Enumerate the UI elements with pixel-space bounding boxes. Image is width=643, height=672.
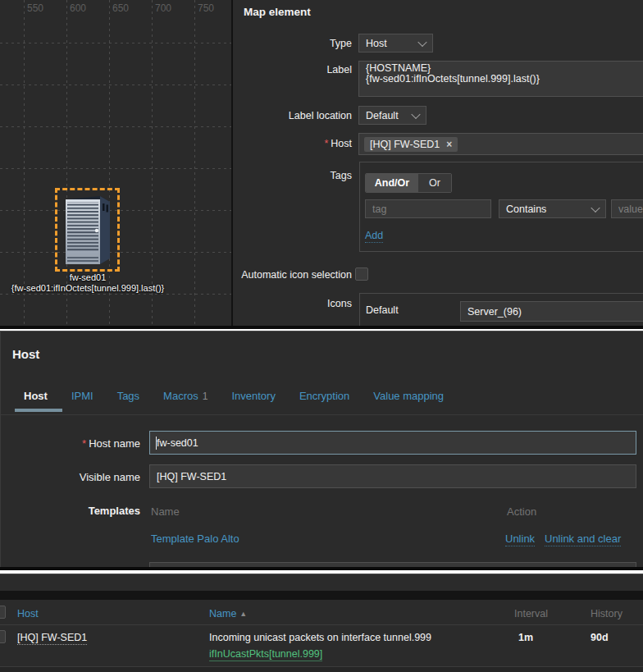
items-table-panel: Host Name▲ Interval History [HQ] FW-SED1… xyxy=(0,574,643,672)
visible-name-label: Visible name xyxy=(9,471,140,483)
tab-encryption[interactable]: Encryption xyxy=(299,390,349,402)
tab-ipmi[interactable]: IPMI xyxy=(71,390,93,402)
host-field-label: *Host xyxy=(233,138,352,149)
ruler-label: 550 xyxy=(27,2,43,14)
unlink-and-clear-link[interactable]: Unlink and clear xyxy=(545,533,621,546)
tag-match-select[interactable]: Contains xyxy=(499,199,606,218)
sort-ascending-icon: ▲ xyxy=(239,610,247,618)
host-chip-text: [HQ] FW-SED1 xyxy=(370,139,440,150)
add-tag-link[interactable]: Add xyxy=(365,230,383,243)
chevron-down-icon xyxy=(591,203,600,212)
ruler-label: 750 xyxy=(198,2,214,14)
map-element-label: fw-sed01 {fw-sed01:ifInOctets[tunnel.999… xyxy=(0,272,176,294)
map-element-form: Map element Type Host Label {HOSTNAME} {… xyxy=(233,0,643,326)
icons-default-label: Default xyxy=(366,304,399,316)
host-multiselect[interactable]: [HQ] FW-SED1 × xyxy=(358,133,643,155)
tab-host[interactable]: Host xyxy=(24,390,48,402)
tags-label: Tags xyxy=(233,170,352,181)
visible-name-value: [HQ] FW-SED1 xyxy=(157,471,226,482)
host-chip: [HQ] FW-SED1 × xyxy=(364,137,458,152)
icons-label: Icons xyxy=(233,298,352,309)
templates-label: Templates xyxy=(9,505,140,517)
host-name-label: *Host name xyxy=(9,437,140,450)
item-key-link[interactable]: ifInUcastPkts[tunnel.999] xyxy=(209,648,322,661)
item-history: 90d xyxy=(591,632,609,643)
table-top-bar xyxy=(0,591,643,600)
icons-default-value: Server_(96) xyxy=(467,306,522,318)
templates-action-column: Action xyxy=(507,505,536,518)
auto-icon-checkbox[interactable] xyxy=(355,267,368,281)
column-header-name[interactable]: Name▲ xyxy=(209,608,247,619)
map-element-metric: {fw-sed01:ifInOctets[tunnel.999].last()} xyxy=(0,283,176,294)
map-editor-section: 550 600 650 700 750 xyxy=(0,0,643,326)
tag-match-value: Contains xyxy=(506,203,546,215)
map-canvas[interactable]: 550 600 650 700 750 xyxy=(0,0,231,326)
tags-fieldset: And/Or Or Contains Add xyxy=(359,162,643,252)
table-divider xyxy=(0,624,643,625)
type-label: Type xyxy=(233,38,352,49)
tab-inventory[interactable]: Inventory xyxy=(231,390,275,402)
tab-bar: Host IPMI Tags Macros1 Inventory Encrypt… xyxy=(24,390,444,402)
required-asterisk: * xyxy=(82,437,86,450)
label-textarea[interactable]: {HOSTNAME} {fw-sed01:ifInOctets[tunnel.9… xyxy=(358,61,643,97)
label-location-select[interactable]: Default xyxy=(358,106,426,125)
tag-value-input[interactable] xyxy=(611,199,643,218)
auto-icon-label: Automatic icon selection xyxy=(233,269,352,281)
tab-value-mapping[interactable]: Value mapping xyxy=(373,390,444,402)
column-header-interval: Interval xyxy=(514,608,548,619)
table-footer xyxy=(0,667,643,672)
host-dialog: Host Host IPMI Tags Macros1 Inventory En… xyxy=(0,331,643,567)
ruler-label: 600 xyxy=(70,2,86,14)
host-dialog-title: Host xyxy=(12,347,39,361)
type-select-value: Host xyxy=(366,38,387,49)
visible-name-input[interactable]: [HQ] FW-SED1 xyxy=(149,464,636,488)
tag-name-input[interactable] xyxy=(365,199,491,218)
templates-name-column: Name xyxy=(151,505,180,518)
label-location-value: Default xyxy=(366,110,399,121)
tab-tags[interactable]: Tags xyxy=(117,390,139,402)
server-tower-icon[interactable] xyxy=(62,194,113,266)
operator-and-or[interactable]: And/Or xyxy=(366,174,418,192)
unlink-link[interactable]: Unlink xyxy=(505,533,535,546)
icons-default-select[interactable]: Server_(96) xyxy=(460,301,643,322)
type-select[interactable]: Host xyxy=(358,34,433,53)
host-name-value: fw-sed01 xyxy=(157,437,198,449)
item-interval: 1m xyxy=(518,632,533,643)
tab-macros[interactable]: Macros1 xyxy=(163,390,207,402)
item-host-link[interactable]: [HQ] FW-SED1 xyxy=(17,632,87,645)
label-location-label: Label location xyxy=(233,110,352,121)
required-asterisk: * xyxy=(324,138,328,149)
label-field-label: Label xyxy=(233,64,352,75)
host-name-input[interactable]: fw-sed01 xyxy=(149,431,636,455)
tab-bar-divider xyxy=(1,414,643,415)
tag-operator-toggle: And/Or Or xyxy=(365,173,452,193)
text-cursor xyxy=(156,437,157,450)
operator-or[interactable]: Or xyxy=(418,174,451,192)
select-all-checkbox[interactable] xyxy=(0,606,6,619)
column-header-host[interactable]: Host xyxy=(17,608,39,619)
column-header-history: History xyxy=(591,608,622,619)
screen: 550 600 650 700 750 xyxy=(0,0,643,672)
chevron-down-icon xyxy=(411,109,420,118)
macros-count-badge: 1 xyxy=(203,391,208,402)
icons-fieldset: Default Server_(96) xyxy=(359,293,643,326)
remove-icon[interactable]: × xyxy=(446,139,452,150)
chevron-down-icon xyxy=(417,37,426,46)
ruler-label: 650 xyxy=(112,2,129,14)
ruler-label: 700 xyxy=(155,2,171,14)
row-checkbox[interactable] xyxy=(0,630,6,643)
map-element-name: fw-sed01 xyxy=(0,272,176,283)
item-name: Incoming unicast packets on interface tu… xyxy=(209,632,431,643)
template-link[interactable]: Template Palo Alto xyxy=(151,533,239,545)
map-element-form-title: Map element xyxy=(244,6,311,18)
